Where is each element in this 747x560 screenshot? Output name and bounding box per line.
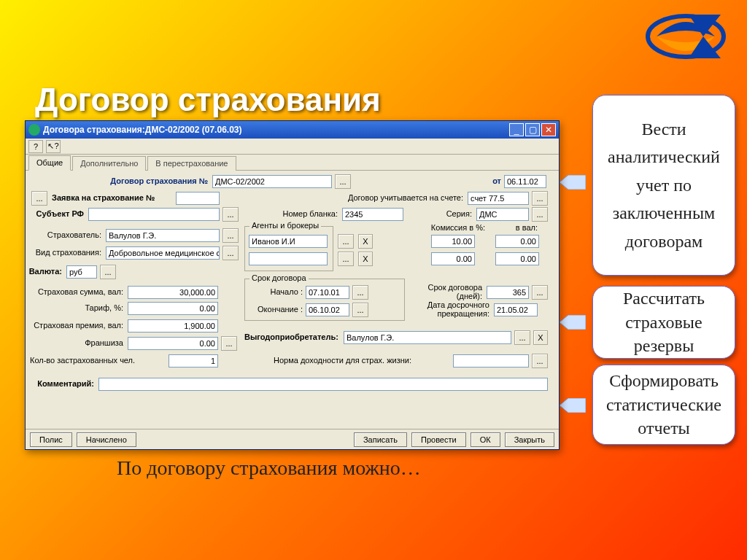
label-persons: Кол-во застрахованных чел.	[26, 356, 142, 365]
label-insurer: Страхователь:	[26, 230, 101, 239]
tab-general[interactable]: Общие	[28, 155, 71, 171]
agent1-input[interactable]: Иванов И.И	[249, 235, 328, 248]
label-comment: Комментарий:	[26, 379, 94, 388]
label-account: Договор учитывается на счете:	[317, 193, 463, 202]
polis-button[interactable]: Полис	[30, 432, 72, 447]
label-early-end: Дата досрочного прекращения:	[409, 300, 489, 318]
comm-pct1-input[interactable]: 10.00	[431, 235, 475, 248]
agent1-clear[interactable]: X	[358, 234, 373, 249]
label-request-no: Заявка на страхование №	[52, 193, 176, 202]
beneficiary-input[interactable]: Валулов Г.Э.	[344, 331, 511, 344]
start-input[interactable]: 07.10.01	[306, 286, 349, 299]
label-date-from: от	[487, 176, 501, 185]
currency-picker[interactable]: ...	[100, 265, 116, 279]
close-button[interactable]: ✕	[541, 123, 556, 136]
tab-additional[interactable]: Дополнительно	[72, 156, 146, 171]
brand-logo	[642, 7, 729, 66]
agent2-input[interactable]	[249, 252, 328, 265]
agent1-picker[interactable]: ...	[338, 234, 354, 249]
account-picker[interactable]: ...	[532, 191, 548, 206]
instype-picker[interactable]: ...	[222, 246, 239, 260]
titlebar[interactable]: Договора страхования:ДМС-02/2002 (07.06.…	[26, 121, 559, 139]
franchise-picker[interactable]: ...	[221, 336, 237, 351]
label-currency: Валюта:	[26, 267, 62, 276]
contract-no-picker[interactable]: ...	[335, 174, 351, 189]
label-blank-no: Номер бланка:	[272, 209, 338, 218]
blank-no-input[interactable]: 2345	[342, 208, 403, 221]
comm-pct2-input[interactable]: 0.00	[431, 252, 475, 265]
ins-sum-input[interactable]: 30,000.00	[128, 286, 218, 299]
label-instype: Вид страхования:	[26, 248, 101, 257]
series-picker[interactable]: ...	[532, 207, 548, 222]
contract-no-input[interactable]: ДМС-02/2002	[212, 175, 332, 188]
maximize-button[interactable]: ▢	[525, 123, 540, 136]
pointer-help-button[interactable]: ↖?	[46, 140, 61, 153]
label-series: Серия:	[438, 209, 472, 218]
label-contract-no: Договор страхования №	[84, 176, 208, 185]
contract-date-input[interactable]: 06.11.02	[504, 175, 546, 188]
series-input[interactable]: ДМС	[476, 208, 529, 221]
ok-button[interactable]: ОК	[471, 432, 500, 447]
insurer-input[interactable]: Валулов Г.Э.	[106, 229, 220, 242]
agent2-picker[interactable]: ...	[338, 252, 354, 266]
comm-val2-input[interactable]: 0.00	[495, 252, 539, 265]
callout-analytics: Вести аналитический учет по заключенным …	[592, 95, 735, 276]
post-button[interactable]: Провести	[411, 432, 466, 447]
persons-input[interactable]: 1	[169, 354, 218, 368]
label-commission-val: в вал:	[501, 223, 538, 232]
svg-marker-1	[560, 175, 586, 190]
insurer-picker[interactable]: ...	[222, 228, 239, 243]
subject-rf-input[interactable]	[88, 208, 220, 221]
window: Договора страхования:ДМС-02/2002 (07.06.…	[25, 120, 560, 450]
beneficiary-clear[interactable]: X	[533, 330, 548, 345]
account-input[interactable]: счет 77.5	[468, 192, 529, 205]
tab-reinsurance[interactable]: В перестрахование	[147, 156, 236, 171]
term-days-input[interactable]: 365	[487, 286, 529, 299]
label-commission-pct: Комиссия в %:	[419, 223, 485, 232]
profit-norm-picker[interactable]: ...	[532, 354, 548, 368]
subject-rf-picker[interactable]: ...	[222, 207, 239, 222]
comm-val1-input[interactable]: 0.00	[495, 235, 539, 248]
arrow-icon	[560, 398, 586, 413]
callout-stats: Сформировать статистические отчеты	[592, 365, 735, 445]
svg-marker-2	[560, 315, 586, 330]
write-button[interactable]: Записать	[354, 432, 407, 447]
early-end-input[interactable]: 21.05.02	[494, 303, 538, 316]
app-icon	[28, 124, 40, 136]
label-subject-rf: Субъект РФ	[26, 209, 84, 218]
label-profit-norm: Норма доходности для страх. жизни:	[274, 356, 449, 365]
beneficiary-picker[interactable]: ...	[514, 330, 530, 345]
close-form-button[interactable]: Закрыть	[505, 432, 554, 447]
end-input[interactable]: 06.10.02	[306, 303, 349, 316]
comment-input[interactable]	[98, 378, 548, 391]
slide-caption: По договору страхования можно…	[117, 456, 421, 480]
premium-input[interactable]: 1,900.00	[128, 319, 218, 332]
label-term-days: Срок договора (дней):	[409, 283, 482, 300]
term-days-picker[interactable]: ...	[532, 285, 548, 300]
mini-toolbar: ? ↖?	[26, 139, 559, 155]
accrued-button[interactable]: Начислено	[77, 432, 136, 447]
request-no-input[interactable]	[176, 192, 220, 205]
tariff-input[interactable]: 0.00	[128, 302, 218, 315]
franchise-input[interactable]: 0.00	[128, 337, 218, 350]
svg-marker-3	[560, 398, 586, 413]
start-picker[interactable]: ...	[352, 285, 368, 300]
form-canvas: Договор страхования № ДМС-02/2002 ... от…	[26, 171, 559, 427]
request-picker[interactable]: ...	[31, 191, 47, 206]
end-picker[interactable]: ...	[352, 303, 368, 317]
bottom-bar: Полис Начислено Записать Провести ОК Зак…	[26, 429, 559, 449]
instype-input[interactable]: Добровольное медицинское ст	[106, 246, 220, 260]
agent2-clear[interactable]: X	[358, 252, 373, 266]
minimize-button[interactable]: _	[509, 123, 524, 136]
legend-agents: Агенты и брокеры	[249, 221, 321, 230]
label-end: Окончание :	[249, 305, 303, 314]
label-tariff: Тариф, %:	[26, 303, 123, 312]
label-premium: Страховая премия, вал:	[26, 321, 123, 330]
currency-input[interactable]: руб	[66, 265, 97, 279]
arrow-icon	[560, 175, 586, 190]
arrow-icon	[560, 315, 586, 330]
profit-norm-input[interactable]	[453, 354, 529, 368]
help-button[interactable]: ?	[28, 140, 43, 153]
callout-reserves: Рассчитать страховые резервы	[592, 286, 735, 359]
slide-title: Договор страхования	[35, 82, 381, 118]
